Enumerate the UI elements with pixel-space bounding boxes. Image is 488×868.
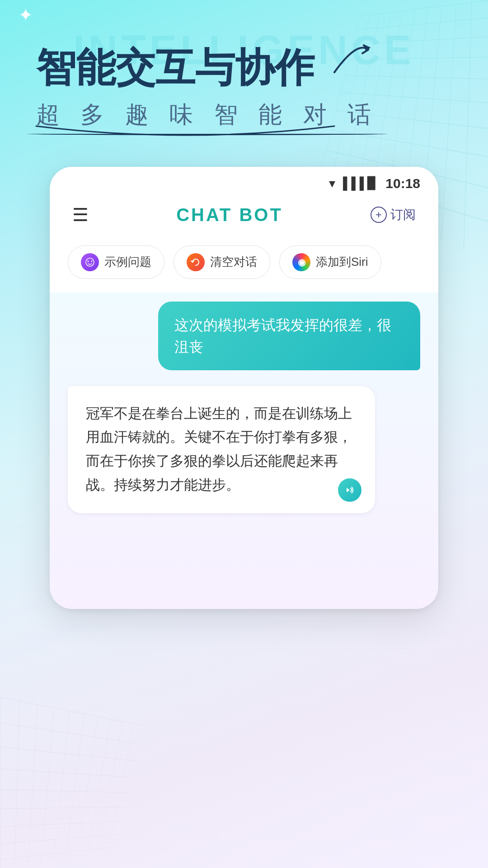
example-questions-icon [81,253,99,271]
example-questions-button[interactable]: 示例问题 [68,245,164,279]
app-header: ☰ CHAT BOT + 订阅 [50,196,438,236]
sparkle-icon: ✦ [18,5,33,25]
add-to-siri-button[interactable]: ◉ 添加到Siri [279,245,381,279]
status-time: 10:18 [385,176,420,191]
grid-background-bottom [0,697,145,868]
example-questions-label: 示例问题 [104,254,151,270]
status-bar: ▾ ▐▐▐ ▉ 10:18 [50,167,438,196]
bot-message-text: 冠军不是在拳台上诞生的，而是在训练场上用血汗铸就的。关键不在于你打拳有多狠，而在… [86,406,352,493]
clear-chat-button[interactable]: 清空对话 [174,245,270,279]
add-to-siri-label: 添加到Siri [316,254,368,270]
main-title: 智能交互与协作 [36,36,452,90]
subtitle-underline: 超 多 趣 味 智 能 对 话 [36,99,378,131]
svg-point-3 [91,260,93,262]
signal-icon: ▐▐▐ [339,176,364,190]
subscribe-plus-icon: + [371,207,387,223]
clear-chat-icon [187,253,205,271]
subscribe-button[interactable]: + 订阅 [371,206,416,223]
menu-icon[interactable]: ☰ [72,206,89,224]
wifi-icon: ▾ [329,176,335,191]
text-to-speech-button[interactable] [338,478,361,502]
app-title: CHAT BOT [176,205,283,225]
user-message-container: 这次的模拟考试我发挥的很差，很沮丧 [68,302,420,370]
subtitle-container: 超 多 趣 味 智 能 对 话 [36,99,452,131]
phone-container: ▾ ▐▐▐ ▉ 10:18 ☰ CHAT BOT + 订阅 示例问题 [50,167,438,664]
phone-mockup: ▾ ▐▐▐ ▉ 10:18 ☰ CHAT BOT + 订阅 示例问题 [50,167,438,609]
arrow-icon [330,36,375,89]
user-message-bubble: 这次的模拟考试我发挥的很差，很沮丧 [158,302,420,370]
bot-message-container: 冠军不是在拳台上诞生的，而是在训练场上用血汗铸就的。关键不在于你打拳有多狠，而在… [68,386,420,513]
bot-message-bubble: 冠军不是在拳台上诞生的，而是在训练场上用血汗铸就的。关键不在于你打拳有多狠，而在… [68,386,375,513]
quick-actions-bar: 示例问题 清空对话 ◉ 添加到Siri [50,236,438,292]
main-title-text: 智能交互与协作 [36,45,314,90]
svg-point-1 [86,258,94,266]
svg-point-2 [88,260,89,262]
siri-icon: ◉ [292,253,310,271]
svg-marker-4 [347,488,350,492]
header-section: INTELLIGENCE ✦ 智能交互与协作 超 多 趣 味 智 能 对 话 [0,0,488,149]
user-message-text: 这次的模拟考试我发挥的很差，很沮丧 [174,317,391,355]
chat-area: 这次的模拟考试我发挥的很差，很沮丧 冠军不是在拳台上诞生的，而是在训练场上用血汗… [50,292,438,609]
clear-chat-label: 清空对话 [210,254,257,270]
battery-icon: ▉ [367,176,376,190]
subscribe-label: 订阅 [390,206,416,223]
status-icons: ▾ ▐▐▐ ▉ [329,176,376,191]
